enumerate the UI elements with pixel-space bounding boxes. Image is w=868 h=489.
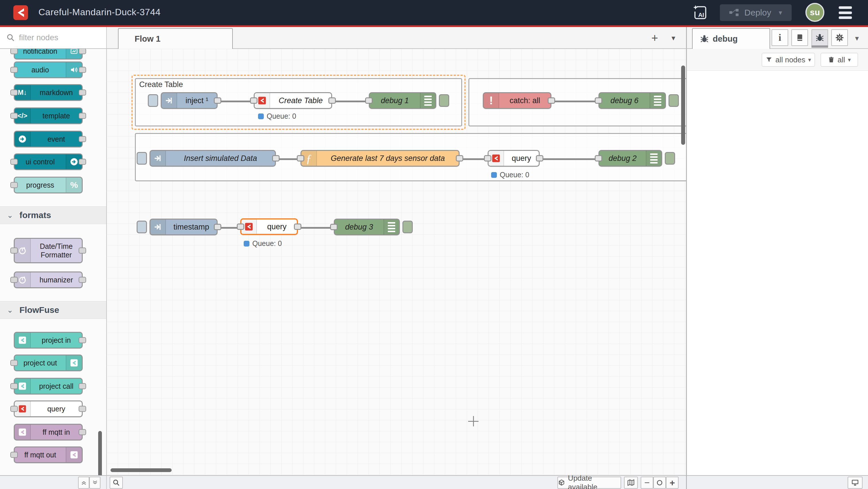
- palette-node-progress[interactable]: progress %: [14, 177, 83, 193]
- port-icon: [10, 67, 18, 73]
- tab-flow-1[interactable]: Flow 1: [118, 28, 233, 49]
- node-timestamp[interactable]: timestamp: [150, 219, 218, 235]
- node-insert-simulated-data[interactable]: Insert simulated Data: [150, 150, 276, 167]
- svg-text:AI: AI: [698, 11, 704, 18]
- flow-canvas[interactable]: Create Table inject ¹ Create Table Queue…: [107, 49, 686, 475]
- open-dashboard-button[interactable]: [848, 477, 863, 489]
- node-catch-all[interactable]: ! catch: all: [483, 92, 551, 109]
- node-debug-6[interactable]: debug 6: [598, 92, 666, 109]
- zoom-reset-button[interactable]: [653, 477, 666, 489]
- port-icon[interactable]: [294, 224, 301, 230]
- canvas-vertical-scrollbar[interactable]: [681, 65, 685, 145]
- palette-node-datetime-formatter[interactable]: Date/Time Formatter: [14, 238, 83, 263]
- palette-node-label: humanizer: [31, 272, 82, 287]
- port-icon[interactable]: [456, 155, 463, 162]
- node-create-table[interactable]: Create Table: [254, 92, 332, 109]
- node-debug-3[interactable]: debug 3: [334, 219, 400, 235]
- port-icon: [79, 49, 86, 54]
- ai-assistant-icon[interactable]: AI: [691, 4, 709, 21]
- port-icon: [10, 49, 18, 54]
- inject-button[interactable]: [148, 94, 158, 107]
- node-label: catch: all: [499, 93, 551, 108]
- port-icon[interactable]: [330, 224, 338, 230]
- node-query-2[interactable]: query: [488, 150, 539, 167]
- port-icon[interactable]: [329, 97, 336, 104]
- sidebar-caret-icon[interactable]: ▾: [855, 34, 859, 43]
- canvas-search-button[interactable]: [110, 477, 123, 489]
- port-icon[interactable]: [548, 97, 555, 104]
- node-label: inject ¹: [177, 93, 217, 108]
- port-icon[interactable]: [365, 97, 373, 104]
- palette-node-event[interactable]: event: [14, 131, 83, 147]
- palette-node-ff-mqtt-in[interactable]: ff mqtt in: [14, 424, 83, 440]
- debug-clear-button[interactable]: all ▾: [820, 53, 858, 67]
- palette-node-label: event: [31, 132, 82, 146]
- palette-section-flowfuse[interactable]: ⌄ FlowFuse: [0, 301, 106, 319]
- add-flow-button[interactable]: +: [648, 31, 662, 45]
- palette-node-audio[interactable]: audio: [14, 61, 83, 78]
- deploy-button[interactable]: Deploy ▾: [720, 4, 792, 21]
- deploy-label: Deploy: [744, 8, 771, 18]
- zoom-out-button[interactable]: −: [641, 477, 653, 489]
- palette-node-ff-mqtt-out[interactable]: ff mqtt out: [14, 447, 83, 463]
- inject-icon: [150, 220, 166, 234]
- user-avatar[interactable]: su: [805, 3, 825, 22]
- palette-section-formats[interactable]: ⌄ formats: [0, 206, 106, 224]
- node-debug-2[interactable]: debug 2: [598, 150, 662, 167]
- palette-node-label: Date/Time Formatter: [31, 239, 82, 262]
- palette-node-label: project out: [14, 355, 66, 370]
- palette-node-project-in[interactable]: project in: [14, 332, 83, 348]
- tab-debug[interactable]: debug: [692, 28, 770, 49]
- inject-button[interactable]: [136, 152, 147, 165]
- debug-toggle-button[interactable]: [669, 94, 679, 107]
- main-menu-button[interactable]: [839, 6, 852, 19]
- port-icon[interactable]: [484, 155, 491, 162]
- config-tab-button[interactable]: [831, 29, 848, 46]
- port-icon[interactable]: [297, 155, 304, 162]
- debug-toggle-button[interactable]: [665, 152, 675, 165]
- port-icon[interactable]: [214, 224, 221, 230]
- port-icon[interactable]: [595, 97, 602, 104]
- palette-expand-all-button[interactable]: [89, 477, 100, 489]
- deploy-caret-icon[interactable]: ▾: [779, 9, 782, 17]
- port-icon[interactable]: [595, 155, 602, 162]
- palette-node-humanizer[interactable]: humanizer: [14, 271, 83, 288]
- port-icon[interactable]: [214, 97, 221, 104]
- port-icon[interactable]: [272, 155, 280, 162]
- wire: [550, 100, 598, 102]
- palette-node-project-call[interactable]: project call: [14, 378, 83, 395]
- filter-nodes-input[interactable]: [19, 33, 99, 42]
- minimap-button[interactable]: [624, 477, 638, 489]
- palette-node-ui-control[interactable]: ui control: [14, 153, 83, 170]
- zoom-in-button[interactable]: +: [666, 477, 679, 489]
- node-label: Generate last 7 days sensor data: [317, 151, 459, 166]
- palette-node-notification[interactable]: notification: [14, 49, 83, 59]
- help-tab-button[interactable]: [792, 29, 808, 46]
- update-available-button[interactable]: Update available: [557, 477, 621, 489]
- canvas-horizontal-scrollbar[interactable]: [111, 468, 172, 472]
- node-generate-sensor-data[interactable]: ƒ Generate last 7 days sensor data: [301, 150, 460, 167]
- node-query-3-selected[interactable]: query: [240, 218, 298, 235]
- palette-node-template[interactable]: </> template: [14, 108, 83, 124]
- node-inject-1[interactable]: inject ¹: [161, 92, 218, 109]
- debug-toggle-button[interactable]: [402, 221, 413, 233]
- port-icon[interactable]: [536, 155, 544, 162]
- palette-node-project-out[interactable]: project out: [14, 354, 83, 371]
- debug-list-icon: [650, 93, 665, 108]
- palette-node-query[interactable]: query: [14, 401, 83, 417]
- palette-node-label: ui control: [14, 154, 66, 169]
- status-text: Queue: 0: [267, 112, 296, 120]
- palette-node-markdown[interactable]: M↓ markdown: [14, 84, 83, 101]
- palette-node-label: project call: [31, 379, 82, 394]
- debug-toggle-button[interactable]: [439, 94, 449, 107]
- flow-list-caret-icon[interactable]: ▾: [666, 31, 680, 45]
- palette-scrollbar[interactable]: [98, 431, 102, 475]
- palette-collapse-all-button[interactable]: [78, 477, 89, 489]
- debug-filter-button[interactable]: all nodes ▾: [762, 53, 815, 67]
- inject-button[interactable]: [136, 221, 147, 233]
- port-icon[interactable]: [237, 224, 244, 230]
- info-tab-button[interactable]: i: [772, 29, 788, 46]
- port-icon[interactable]: [250, 97, 257, 104]
- debug-tab-button[interactable]: [811, 29, 828, 46]
- node-debug-1[interactable]: debug 1: [369, 92, 436, 109]
